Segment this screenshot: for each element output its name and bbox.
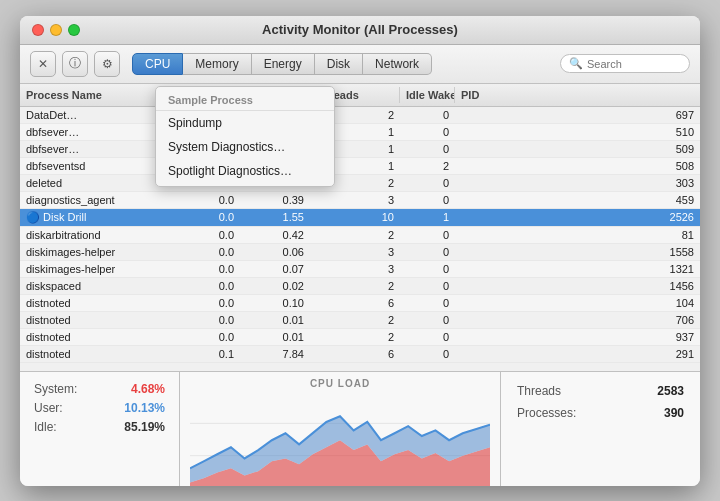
table-row[interactable]: diagnostics_agent0.00.3930459 (20, 192, 700, 209)
table-row[interactable]: deleted0.00.2620303 (20, 175, 700, 192)
pid-cell: 2526 (455, 209, 700, 226)
process-name-cell: diskimages-helper (20, 261, 180, 277)
idle-wake-cell: 0 (400, 141, 455, 157)
col-pid[interactable]: PID (455, 87, 700, 103)
tab-memory[interactable]: Memory (183, 53, 251, 75)
idle-value: 85.19% (124, 420, 165, 434)
maximize-button[interactable] (68, 24, 80, 36)
bottom-panel: System: 4.68% User: 10.13% Idle: 85.19% … (20, 371, 700, 486)
chart-panel: CPU LOAD (180, 372, 500, 486)
process-name-cell: diagnostics_agent (20, 192, 180, 208)
idle-wake-cell: 0 (400, 346, 455, 362)
threads-cell: 2 (310, 329, 400, 345)
system-label: System: (34, 382, 77, 396)
titlebar: Activity Monitor (All Processes) (20, 16, 700, 45)
idle-wake-cell: 0 (400, 312, 455, 328)
cpu-cell: 0.0 (180, 244, 240, 260)
process-name-cell: diskimages-helper (20, 244, 180, 260)
cpu-cell: 0.0 (180, 295, 240, 311)
table-row[interactable]: distnoted0.17.8460291 (20, 346, 700, 363)
idle-wake-cell: 0 (400, 175, 455, 191)
cpu-cell: 0.0 (180, 192, 240, 208)
table-row[interactable]: diskspaced0.00.02201456 (20, 278, 700, 295)
chart-title: CPU LOAD (310, 378, 370, 389)
process-name-cell: 🔵Disk Drill (20, 209, 180, 226)
cpu-cell: 0.0 (180, 261, 240, 277)
pid-cell: 510 (455, 124, 700, 140)
menu-item-system-diagnostics[interactable]: System Diagnostics… (156, 135, 334, 159)
threads-cell: 3 (310, 261, 400, 277)
processes-label: Processes: (517, 406, 576, 420)
minimize-button[interactable] (50, 24, 62, 36)
tab-group: CPU Memory Energy Disk Network (132, 53, 432, 75)
idle-wake-cell: 0 (400, 329, 455, 345)
cpu-time-cell: 0.06 (240, 244, 310, 260)
pid-cell: 937 (455, 329, 700, 345)
table-row[interactable]: distnoted0.00.1060104 (20, 295, 700, 312)
cpu-time-cell: 0.39 (240, 192, 310, 208)
table-row[interactable]: 🔵Disk Drill0.01.551012526 (20, 209, 700, 227)
stat-idle: Idle: 85.19% (34, 420, 165, 434)
tab-disk[interactable]: Disk (315, 53, 363, 75)
menu-item-spindump[interactable]: Spindump (156, 111, 334, 135)
threads-cell: 2 (310, 312, 400, 328)
pid-cell: 291 (455, 346, 700, 362)
close-button[interactable] (32, 24, 44, 36)
process-icon: 🔵 (26, 211, 40, 223)
tab-energy[interactable]: Energy (252, 53, 315, 75)
cpu-time-cell: 0.02 (240, 278, 310, 294)
table-area: Sample Process Spindump System Diagnosti… (20, 84, 700, 371)
info-button[interactable]: ⓘ (62, 51, 88, 77)
cpu-time-cell: 0.10 (240, 295, 310, 311)
close-x-button[interactable]: ✕ (30, 51, 56, 77)
threads-panel: Threads 2583 Processes: 390 (500, 372, 700, 486)
threads-label: Threads (517, 384, 561, 398)
window-title: Activity Monitor (All Processes) (262, 22, 458, 37)
tab-cpu[interactable]: CPU (132, 53, 183, 75)
threads-cell: 6 (310, 295, 400, 311)
table-row[interactable]: DataDet…01.9120697 (20, 107, 700, 124)
user-value: 10.13% (124, 401, 165, 415)
threads-cell: 6 (310, 346, 400, 362)
search-icon: 🔍 (569, 57, 583, 70)
search-input[interactable] (587, 58, 681, 70)
threads-value: 2583 (657, 384, 684, 398)
cpu-cell: 0.0 (180, 209, 240, 226)
table-row[interactable]: dbfsever…04.7110509 (20, 141, 700, 158)
threads-cell: 2 (310, 278, 400, 294)
pid-cell: 1558 (455, 244, 700, 260)
idle-wake-cell: 0 (400, 192, 455, 208)
col-idle-wake[interactable]: Idle Wake Ups (400, 87, 455, 103)
menu-item-spotlight-diagnostics[interactable]: Spotlight Diagnostics… (156, 159, 334, 183)
table-row[interactable]: distnoted0.00.0120937 (20, 329, 700, 346)
idle-wake-cell: 0 (400, 261, 455, 277)
pid-cell: 508 (455, 158, 700, 174)
table-row[interactable]: diskimages-helper0.00.07301321 (20, 261, 700, 278)
table-row[interactable]: distnoted0.00.0120706 (20, 312, 700, 329)
context-menu: Sample Process Spindump System Diagnosti… (155, 86, 335, 187)
stats-panel: System: 4.68% User: 10.13% Idle: 85.19% (20, 372, 180, 486)
threads-cell: 2 (310, 227, 400, 243)
cpu-time-cell: 0.42 (240, 227, 310, 243)
threads-cell: 10 (310, 209, 400, 226)
idle-label: Idle: (34, 420, 57, 434)
table-row[interactable]: dbfseventsd0.01.2412508 (20, 158, 700, 175)
pid-cell: 509 (455, 141, 700, 157)
process-name-cell: diskspaced (20, 278, 180, 294)
system-value: 4.68% (131, 382, 165, 396)
tab-network[interactable]: Network (363, 53, 432, 75)
process-name-cell: distnoted (20, 312, 180, 328)
pid-cell: 1321 (455, 261, 700, 277)
table-row[interactable]: diskimages-helper0.00.06301558 (20, 244, 700, 261)
gear-button[interactable]: ⚙ (94, 51, 120, 77)
pid-cell: 706 (455, 312, 700, 328)
processes-row: Processes: 390 (517, 406, 684, 420)
cpu-time-cell: 7.84 (240, 346, 310, 362)
cpu-cell: 0.0 (180, 329, 240, 345)
toolbar: ✕ ⓘ ⚙ CPU Memory Energy Disk Network 🔍 (20, 45, 700, 84)
table-row[interactable]: dbfsever…04.1110510 (20, 124, 700, 141)
idle-wake-cell: 0 (400, 295, 455, 311)
cpu-cell: 0.0 (180, 312, 240, 328)
table-row[interactable]: diskarbitrationd0.00.422081 (20, 227, 700, 244)
search-box[interactable]: 🔍 (560, 54, 690, 73)
